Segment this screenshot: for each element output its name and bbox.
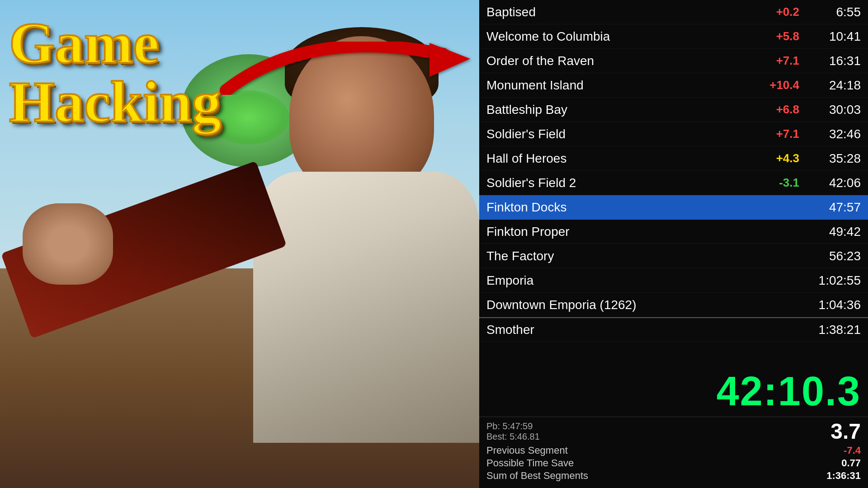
split-name: Emporia xyxy=(486,273,759,288)
split-diff: +0.2 xyxy=(759,5,799,19)
split-time: 35:28 xyxy=(807,151,861,166)
split-row: Downtown Emporia (1262)1:04:36 xyxy=(479,293,868,317)
split-row: Monument Island+10.424:18 xyxy=(479,73,868,98)
split-name: Hall of Heroes xyxy=(486,151,759,166)
prev-segment-row: Previous Segment -7.4 xyxy=(486,445,861,456)
timer-display: 42:10.3 xyxy=(717,369,861,414)
split-row: Battleship Bay+6.830:03 xyxy=(479,98,868,122)
split-row: Hall of Heroes+4.335:28 xyxy=(479,146,868,171)
possible-time-save-value: 0.77 xyxy=(841,457,861,469)
split-diff: +7.1 xyxy=(759,127,799,141)
title-overlay: Game Hacking xyxy=(9,14,222,131)
split-row: Emporia1:02:55 xyxy=(479,268,868,293)
split-diff: +5.8 xyxy=(759,29,799,43)
split-name: Battleship Bay xyxy=(486,103,759,117)
segment-value: 3.7 xyxy=(830,419,861,444)
pb-best-row: Pb: 5:47:59 Best: 5:46.81 3.7 xyxy=(486,419,861,444)
split-name: Order of the Raven xyxy=(486,54,759,68)
prev-segment-label: Previous Segment xyxy=(486,445,844,456)
best-label: Best: xyxy=(486,432,507,441)
split-name: Finkton Docks xyxy=(486,200,759,215)
split-name: Soldier's Field 2 xyxy=(486,176,759,190)
split-time: 1:02:55 xyxy=(807,273,861,288)
split-diff: +4.3 xyxy=(759,151,799,165)
split-name: Downtown Emporia (1262) xyxy=(486,298,759,312)
split-row: Baptised+0.26:55 xyxy=(479,0,868,24)
split-time: 42:06 xyxy=(807,176,861,190)
splits-list: Baptised+0.26:55Welcome to Columbia+5.81… xyxy=(479,0,868,365)
split-time: 1:38:21 xyxy=(807,323,861,337)
possible-time-save-row: Possible Time Save 0.77 xyxy=(486,457,861,469)
split-row: The Factory56:23 xyxy=(479,244,868,268)
title-line1: Game xyxy=(9,14,222,72)
split-time: 16:31 xyxy=(807,54,861,68)
best-stat: Best: 5:46.81 xyxy=(486,432,830,442)
split-name: Soldier's Field xyxy=(486,127,759,141)
pb-best-labels: Pb: 5:47:59 Best: 5:46.81 xyxy=(486,421,830,442)
prev-segment-value: -7.4 xyxy=(844,445,861,456)
split-time: 6:55 xyxy=(807,5,861,19)
split-time: 56:23 xyxy=(807,249,861,263)
split-row: Soldier's Field 2-3.142:06 xyxy=(479,171,868,195)
split-row: Finkton Docks47:57 xyxy=(479,195,868,220)
split-name: The Factory xyxy=(486,249,759,263)
possible-time-save-label: Possible Time Save xyxy=(486,457,841,469)
split-row: Smother1:38:21 xyxy=(479,317,868,342)
split-diff: +10.4 xyxy=(759,78,799,92)
split-name: Welcome to Columbia xyxy=(486,29,759,44)
split-diff: +6.8 xyxy=(759,103,799,117)
split-time: 10:41 xyxy=(807,29,861,44)
sum-of-best-label: Sum of Best Segments xyxy=(486,470,826,482)
best-value: 5:46.81 xyxy=(509,432,540,441)
split-diff: -3.1 xyxy=(759,176,799,190)
split-time: 30:03 xyxy=(807,103,861,117)
title-line2: Hacking xyxy=(9,72,222,131)
pb-label: Pb: xyxy=(486,421,500,431)
game-area: Game Hacking xyxy=(0,0,479,488)
split-time: 49:42 xyxy=(807,225,861,239)
stats-area: Pb: 5:47:59 Best: 5:46.81 3.7 Previous S… xyxy=(479,417,868,488)
split-time: 24:18 xyxy=(807,78,861,93)
speedrun-sidebar: Baptised+0.26:55Welcome to Columbia+5.81… xyxy=(479,0,868,488)
main-timer: 42:10.3 xyxy=(479,365,868,417)
split-diff: +7.1 xyxy=(759,54,799,68)
split-name: Monument Island xyxy=(486,78,759,93)
split-name: Finkton Proper xyxy=(486,225,759,239)
sum-of-best-value: 1:36:31 xyxy=(826,470,861,482)
sum-of-best-row: Sum of Best Segments 1:36:31 xyxy=(486,470,861,482)
svg-marker-0 xyxy=(429,43,470,77)
split-time: 32:46 xyxy=(807,127,861,141)
pb-stat: Pb: 5:47:59 xyxy=(486,421,830,432)
split-row: Finkton Proper49:42 xyxy=(479,220,868,244)
split-row: Welcome to Columbia+5.810:41 xyxy=(479,24,868,49)
red-arrow xyxy=(217,18,479,110)
pb-value: 5:47:59 xyxy=(503,421,533,431)
split-row: Order of the Raven+7.116:31 xyxy=(479,49,868,73)
split-time: 47:57 xyxy=(807,200,861,215)
split-row: Soldier's Field+7.132:46 xyxy=(479,122,868,146)
split-time: 1:04:36 xyxy=(807,298,861,312)
split-name: Baptised xyxy=(486,5,759,19)
split-name: Smother xyxy=(486,323,759,337)
